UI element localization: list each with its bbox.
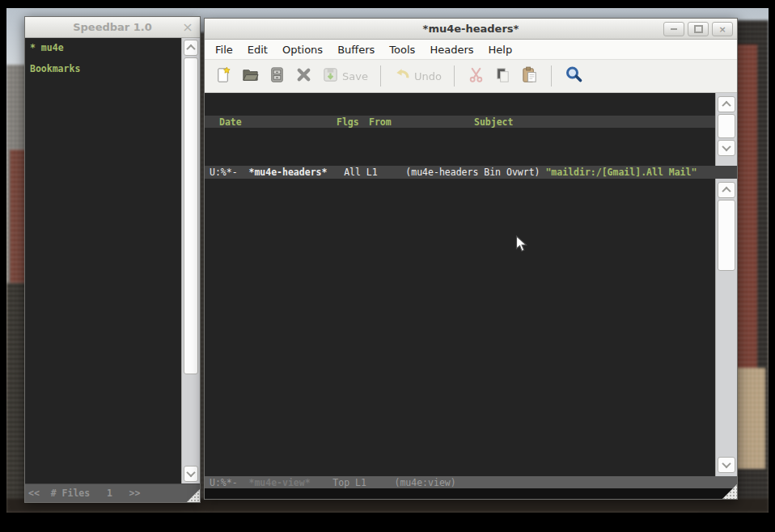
save-icon: [321, 65, 340, 87]
toolbar-separator: [380, 65, 381, 87]
menu-edit[interactable]: Edit: [240, 42, 275, 57]
file-cabinet-icon: [268, 65, 286, 87]
toolbar-cut-button[interactable]: [467, 65, 485, 87]
speedbar-window: Speedbar 1.0 × * mu4eBookmarks << # File…: [24, 16, 201, 503]
headers-modeline: U:%*- *mu4e-headers* All L1 (mu4e-header…: [205, 166, 737, 179]
open-folder-icon: [241, 65, 260, 87]
speedbar-section-bookmarks: Bookmarks: [25, 64, 181, 74]
column-subject[interactable]: Subject: [474, 116, 715, 128]
speedbar-titlebar[interactable]: Speedbar 1.0 ×: [25, 17, 200, 38]
desktop-background: Speedbar 1.0 × * mu4eBookmarks << # File…: [6, 8, 769, 513]
minimize-button[interactable]: [663, 22, 684, 36]
undo-label: Undo: [414, 70, 442, 82]
scroll-up-icon[interactable]: [718, 182, 735, 198]
menu-options[interactable]: Options: [275, 42, 330, 57]
search-icon: [564, 65, 583, 87]
speedbar-status-text: << # Files 1 >>: [28, 488, 140, 499]
maximize-button[interactable]: [688, 22, 709, 36]
undo-icon: [393, 65, 412, 87]
speedbar-content: * mu4eBookmarks: [25, 38, 181, 483]
expander-icon[interactable]: *: [30, 42, 36, 53]
new-file-icon: [214, 65, 233, 87]
mouse-cursor: [515, 235, 527, 256]
menu-headers[interactable]: Headers: [422, 42, 481, 57]
scrollbar-thumb[interactable]: [718, 200, 735, 271]
speedbar-maximize-icon[interactable]: [160, 20, 176, 33]
scissors-icon: [467, 65, 485, 87]
speedbar-resize-grip[interactable]: [187, 489, 200, 502]
column-flags[interactable]: Flgs: [337, 116, 369, 128]
toolbar-search-button[interactable]: [564, 65, 583, 87]
close-button[interactable]: ×: [712, 22, 733, 36]
scrollbar-thumb[interactable]: [184, 57, 198, 374]
mu4e-view-pane: [205, 179, 737, 476]
mu4e-window-title: *mu4e-headers*: [423, 23, 519, 35]
scroll-down-icon[interactable]: [718, 457, 735, 473]
scroll-down-icon[interactable]: [718, 140, 735, 156]
scroll-down-icon[interactable]: [184, 466, 198, 482]
scroll-up-icon[interactable]: [184, 40, 198, 56]
paste-icon: [520, 65, 539, 87]
modeline-position: All L1 (mu4e-headers Bin Ovwrt): [327, 167, 545, 178]
speedbar-root-item[interactable]: * mu4e: [25, 43, 181, 53]
mu4e-titlebar[interactable]: *mu4e-headers* ×: [205, 19, 737, 40]
mu4e-window: *mu4e-headers* × FileEditOptionsBuffersT…: [204, 18, 738, 500]
copy-icon: [493, 65, 512, 87]
mu4e-headers-pane: Date Flgs From Subject End of search res…: [205, 93, 737, 166]
speedbar-minimize-icon[interactable]: [141, 20, 157, 33]
toolbar-close-buffer-button[interactable]: [294, 65, 313, 87]
speedbar-scrollbar[interactable]: [181, 38, 200, 483]
column-from[interactable]: From: [369, 116, 474, 128]
speedbar-close-icon[interactable]: ×: [180, 20, 196, 33]
modeline-position: Top L1 (mu4e:view): [311, 477, 456, 488]
modeline-query: "maildir:/[Gmail].All Mail": [545, 167, 697, 178]
toolbar-open-button[interactable]: [241, 65, 260, 87]
modeline-flags: U:%*-: [210, 167, 248, 178]
save-label: Save: [342, 70, 368, 82]
menu-tools[interactable]: Tools: [382, 42, 422, 57]
toolbar-new-file-button[interactable]: [214, 65, 233, 87]
minibuffer[interactable]: [205, 488, 737, 499]
toolbar: Save Undo: [205, 60, 737, 93]
menu-file[interactable]: File: [208, 42, 240, 57]
view-scrollbar[interactable]: [715, 179, 737, 476]
close-x-icon: [294, 65, 313, 87]
scrollbar-thumb[interactable]: [718, 114, 735, 138]
menu-buffers[interactable]: Buffers: [330, 42, 382, 57]
toolbar-separator: [551, 65, 552, 87]
toolbar-undo-button[interactable]: Undo: [393, 65, 442, 87]
modeline-flags: U:%*-: [210, 477, 248, 488]
speedbar-statusbar: << # Files 1 >>: [25, 483, 200, 502]
modeline-buffer-name: *mu4e-headers*: [248, 167, 327, 178]
scroll-up-icon[interactable]: [718, 96, 735, 112]
column-date[interactable]: Date: [219, 116, 337, 128]
headers-column-row: Date Flgs From Subject: [205, 116, 715, 128]
modeline-buffer-name: *mu4e-view*: [248, 477, 310, 488]
toolbar-paste-button[interactable]: [520, 65, 539, 87]
toolbar-save-button[interactable]: Save: [321, 65, 368, 87]
menu-help[interactable]: Help: [481, 42, 520, 57]
toolbar-copy-button[interactable]: [493, 65, 512, 87]
headers-scrollbar[interactable]: [715, 93, 737, 166]
menu-bar: FileEditOptionsBuffersToolsHeadersHelp: [205, 40, 737, 60]
speedbar-root-label: mu4e: [36, 42, 64, 53]
view-modeline: U:%*- *mu4e-view* Top L1 (mu4e:view): [205, 476, 737, 488]
toolbar-dired-button[interactable]: [268, 65, 286, 87]
toolbar-separator: [454, 65, 455, 87]
